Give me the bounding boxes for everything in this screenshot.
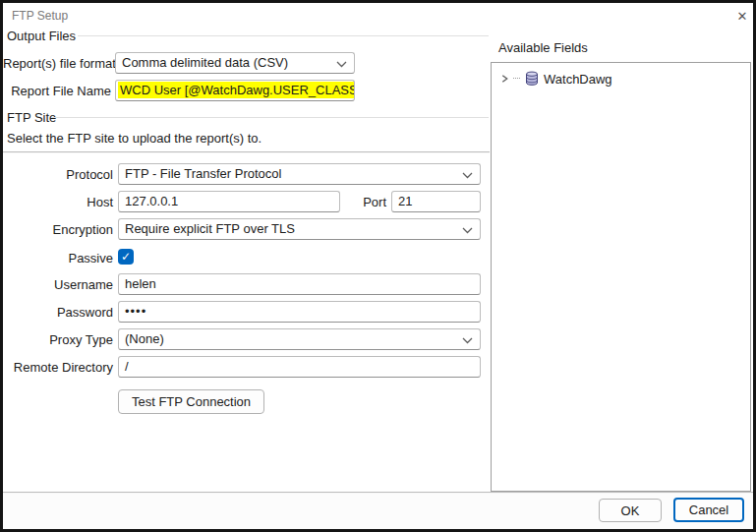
available-fields-tree[interactable]: WatchDawg <box>491 62 751 492</box>
passive-label: Passive <box>3 251 113 266</box>
chevron-down-icon <box>462 337 473 344</box>
port-label: Port <box>327 195 386 209</box>
ftp-setup-dialog: FTP Setup ✕ Output Files Report(s) file … <box>0 0 756 532</box>
report-format-dropdown[interactable]: Comma delimited data (CSV) <box>115 52 355 74</box>
ftp-site-section-title: FTP Site <box>7 110 56 125</box>
chevron-right-icon[interactable] <box>500 74 509 84</box>
remote-directory-label: Remote Directory <box>3 360 113 375</box>
output-files-section-title: Output Files <box>7 29 76 43</box>
host-input[interactable]: 127.0.0.1 <box>118 191 340 212</box>
tree-connector <box>513 78 520 80</box>
encryption-label: Encryption <box>3 222 113 237</box>
proxy-type-dropdown[interactable]: (None) <box>118 328 481 350</box>
passive-checkbox[interactable]: ✓ <box>118 249 134 265</box>
report-file-name-input[interactable]: WCD User [@WatchDawg.USER_CLASS] <box>115 80 355 101</box>
report-format-label: Report(s) file format <box>3 56 111 71</box>
port-input[interactable]: 21 <box>391 191 481 212</box>
remote-directory-input[interactable]: / <box>118 356 481 378</box>
encryption-dropdown[interactable]: Require explicit FTP over TLS <box>118 218 481 240</box>
ok-button[interactable]: OK <box>599 499 662 522</box>
available-fields-title: Available Fields <box>498 40 588 55</box>
output-files-group-line <box>78 35 489 36</box>
report-file-name-label: Report File Name <box>3 84 111 98</box>
test-ftp-connection-button[interactable]: Test FTP Connection <box>118 389 264 414</box>
password-label: Password <box>3 305 113 320</box>
cancel-button[interactable]: Cancel <box>673 498 744 522</box>
ftp-site-description: Select the FTP site to upload the report… <box>7 131 262 146</box>
tree-item-watchdawg[interactable]: WatchDawg <box>492 63 750 87</box>
protocol-dropdown[interactable]: FTP - File Transfer Protocol <box>118 163 481 185</box>
password-input[interactable]: •••• <box>118 301 481 323</box>
chevron-down-icon <box>336 61 347 68</box>
close-icon[interactable]: ✕ <box>731 6 753 28</box>
proxy-type-label: Proxy Type <box>3 332 113 347</box>
chevron-down-icon <box>462 227 473 234</box>
ftp-site-group-line <box>52 117 489 118</box>
username-input[interactable]: helen <box>118 273 481 295</box>
dialog-title: FTP Setup <box>12 9 68 23</box>
database-icon <box>524 71 540 87</box>
host-label: Host <box>3 195 113 209</box>
checkmark-icon: ✓ <box>121 250 131 264</box>
tree-item-label: WatchDawg <box>544 72 612 87</box>
footer-separator <box>3 492 753 493</box>
username-label: Username <box>3 277 113 292</box>
chevron-down-icon <box>462 172 473 179</box>
protocol-label: Protocol <box>3 167 113 182</box>
ftp-site-separator <box>3 151 490 152</box>
report-file-name-highlight: WCD User [@WatchDawg.USER_CLASS] <box>118 82 355 98</box>
